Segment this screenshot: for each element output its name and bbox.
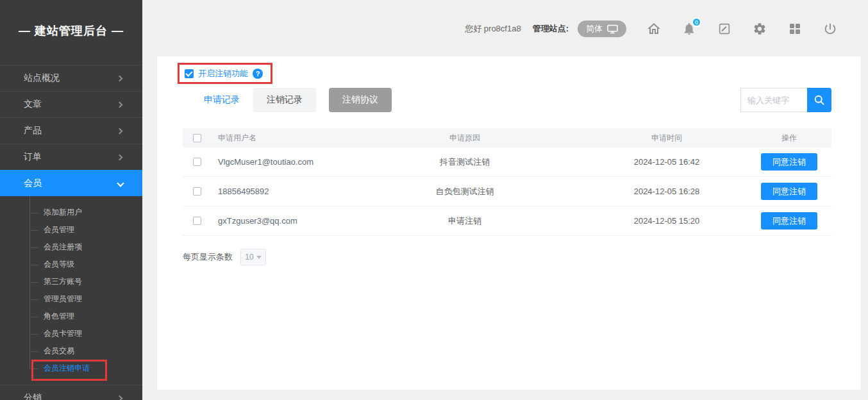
annotation-box-toggle: 开启注销功能 ? — [178, 63, 272, 84]
header-action: 操作 — [747, 133, 831, 144]
sidebar-item-products[interactable]: 产品 — [0, 117, 142, 144]
submenu-member-cancellation[interactable]: 会员注销申请 — [0, 360, 142, 377]
chevron-right-icon — [117, 101, 123, 108]
notification-badge: 0 — [692, 17, 701, 27]
tab-bar: 申请记录 注销记录 注销协议 — [190, 88, 392, 112]
row-checkbox[interactable] — [193, 217, 201, 225]
submenu-member-management[interactable]: 会员管理 — [0, 221, 142, 238]
approve-cancellation-button[interactable]: 同意注销 — [761, 212, 817, 229]
sidebar-item-label: 会员 — [24, 178, 42, 189]
notifications-bell-icon[interactable]: 0 — [681, 21, 697, 37]
language-pill-button[interactable]: 简体 — [578, 21, 626, 37]
edit-icon[interactable] — [717, 21, 732, 37]
submenu-admin-management[interactable]: 管理员管理 — [0, 290, 142, 308]
page-size-select[interactable]: 10 — [240, 249, 266, 265]
sidebar-item-site-overview[interactable]: 站点概况 — [0, 65, 142, 91]
approve-cancellation-button[interactable]: 同意注销 — [761, 153, 817, 171]
chevron-down-icon — [117, 179, 124, 187]
sidebar-menu: 站点概况 文章 产品 订单 会员 添加新用户 会员管理 会员注册项 会员等级 第… — [0, 65, 142, 400]
page-size-label: 每页显示条数 — [183, 251, 233, 263]
cell-username: gxTzguser3@qq.com — [218, 216, 297, 226]
chevron-right-icon — [117, 395, 123, 400]
cell-reason: 申请注销 — [343, 215, 587, 227]
submenu-member-card[interactable]: 会员卡管理 — [0, 325, 142, 342]
settings-gear-icon[interactable] — [752, 21, 767, 37]
search-input[interactable] — [740, 88, 807, 112]
submenu-third-party-accounts[interactable]: 第三方账号 — [0, 273, 142, 290]
submenu-member-levels[interactable]: 会员等级 — [0, 256, 142, 273]
language-label: 简体 — [586, 23, 603, 35]
submenu-member-transactions[interactable]: 会员交易 — [0, 342, 142, 360]
pagination-bar: 每页显示条数 10 — [183, 249, 266, 265]
cell-time: 2024-12-05 16:28 — [587, 187, 747, 196]
chevron-right-icon — [117, 128, 123, 134]
sidebar-item-distribution[interactable]: 分销 — [0, 385, 142, 400]
cell-reason: 抖音测试注销 — [343, 156, 587, 168]
members-submenu: 添加新用户 会员管理 会员注册项 会员等级 第三方账号 管理员管理 角色管理 会… — [0, 196, 142, 385]
cell-time: 2024-12-05 16:42 — [587, 157, 747, 167]
help-icon[interactable]: ? — [253, 69, 263, 79]
sidebar-item-label: 文章 — [24, 99, 42, 110]
approve-cancellation-button[interactable]: 同意注销 — [761, 183, 817, 200]
sidebar-item-articles[interactable]: 文章 — [0, 91, 142, 117]
table-row: gxTzguser3@qq.com 申请注销 2024-12-05 15:20 … — [183, 206, 831, 236]
search-bar — [740, 88, 831, 112]
sidebar-item-members[interactable]: 会员 — [0, 170, 142, 196]
chevron-down-icon — [256, 256, 262, 259]
header-time: 申请时间 — [587, 133, 747, 144]
sidebar-item-label: 站点概况 — [24, 72, 60, 84]
cell-username: VlgcMuser1@toutiao.com — [218, 157, 313, 167]
app-title: — 建站管理后台 — — [0, 0, 142, 38]
submenu-role-management[interactable]: 角色管理 — [0, 308, 142, 325]
sidebar-item-label: 订单 — [24, 151, 42, 163]
power-logout-icon[interactable] — [822, 21, 838, 37]
tab-cancellation-records[interactable]: 注销记录 — [253, 88, 316, 112]
cell-time: 2024-12-05 15:20 — [587, 216, 747, 226]
header-reason: 申请原因 — [343, 133, 587, 144]
applications-table: 申请用户名 申请原因 申请时间 操作 VlgcMuser1@toutiao.co… — [183, 128, 831, 236]
row-checkbox[interactable] — [193, 187, 201, 196]
cell-username: 18856495892 — [218, 187, 269, 197]
main-content-card: 开启注销功能 ? 申请记录 注销记录 注销协议 申请用户名 申请原因 申请时间 … — [157, 56, 861, 390]
tab-application-records[interactable]: 申请记录 — [190, 88, 253, 112]
tab-cancellation-agreement[interactable]: 注销协议 — [329, 88, 392, 112]
sidebar-item-label: 分销 — [24, 392, 42, 400]
managed-site-label: 管理站点: — [533, 23, 569, 35]
enable-cancellation-label: 开启注销功能 — [198, 68, 248, 79]
table-row: 18856495892 自负包测试注销 2024-12-05 16:28 同意注… — [183, 177, 831, 206]
monitor-icon — [607, 24, 618, 34]
table-row: VlgcMuser1@toutiao.com 抖音测试注销 2024-12-05… — [183, 147, 831, 177]
sidebar: — 建站管理后台 — 站点概况 文章 产品 订单 会员 添加新用户 会员管理 会… — [0, 0, 142, 400]
submenu-add-user[interactable]: 添加新用户 — [0, 204, 142, 221]
table-header-row: 申请用户名 申请原因 申请时间 操作 — [183, 128, 831, 147]
greeting-text: 您好 pro8cf1a8 — [465, 23, 521, 35]
chevron-right-icon — [117, 154, 123, 160]
header-username: 申请用户名 — [211, 133, 343, 144]
cell-reason: 自负包测试注销 — [343, 186, 587, 197]
search-button[interactable] — [807, 88, 831, 112]
enable-cancellation-checkbox[interactable] — [185, 69, 194, 78]
chevron-right-icon — [117, 75, 123, 81]
sidebar-item-orders[interactable]: 订单 — [0, 144, 142, 170]
page-size-value: 10 — [245, 253, 253, 262]
home-icon[interactable] — [646, 21, 662, 37]
apps-grid-icon[interactable] — [787, 21, 803, 37]
top-header: 您好 pro8cf1a8 管理站点: 简体 0 — [465, 19, 838, 38]
row-checkbox[interactable] — [193, 158, 201, 166]
select-all-checkbox[interactable] — [193, 134, 201, 142]
sidebar-item-label: 产品 — [24, 125, 42, 137]
submenu-registration-fields[interactable]: 会员注册项 — [0, 238, 142, 256]
search-icon — [813, 94, 826, 106]
